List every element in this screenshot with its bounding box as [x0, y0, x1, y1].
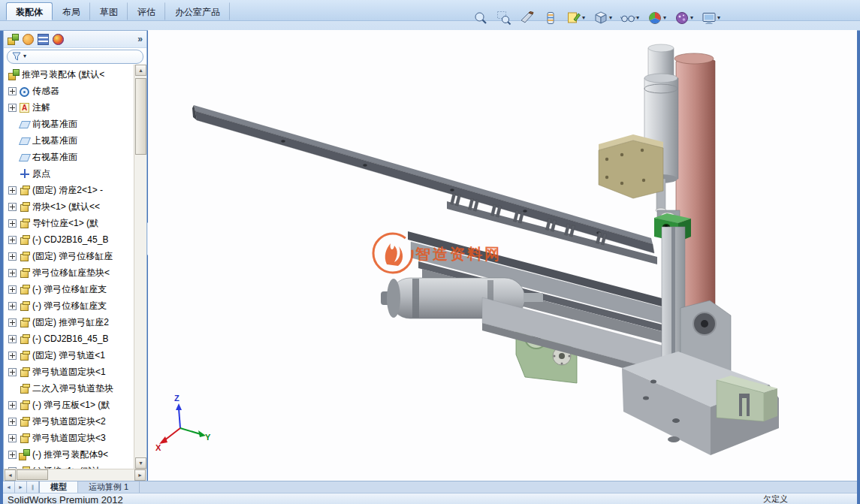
tree-item[interactable]: (-) 弹弓位移缸座支: [4, 297, 134, 314]
tree-filter-input[interactable]: ▾: [7, 50, 143, 64]
tab-scroll-left-button[interactable]: ◄: [3, 481, 15, 493]
expander-icon[interactable]: [8, 269, 17, 277]
slice-stripes-icon[interactable]: [542, 8, 560, 28]
tree-item[interactable]: (固定) 弹弓位移缸座: [4, 248, 134, 264]
command-tab[interactable]: 办公室产品: [165, 2, 230, 20]
tree-item[interactable]: 右视基准面: [4, 149, 134, 165]
tree-item[interactable]: (固定) 推弹弓缸座2: [4, 314, 134, 330]
tree-item[interactable]: 前视基准面: [4, 116, 134, 132]
tree-item[interactable]: 注解: [4, 99, 134, 116]
tree-item[interactable]: 上视基准面: [4, 132, 134, 149]
view-settings-icon[interactable]: ▾: [700, 8, 722, 28]
scroll-thumb[interactable]: [135, 78, 146, 155]
tree-item-label: 推弹弓装配体 (默认<: [22, 68, 104, 81]
zoom-area-icon[interactable]: [495, 8, 513, 28]
tree-item-label: 弹弓轨道固定块<3: [32, 432, 106, 445]
scroll-up-button[interactable]: ▲: [135, 65, 146, 76]
expander-icon[interactable]: [8, 219, 17, 228]
tree-item[interactable]: 传感器: [4, 83, 134, 99]
view-orientation-icon[interactable]: ▾: [592, 8, 614, 28]
tree-item-icon: [19, 152, 30, 163]
display-manager-tab-icon[interactable]: [53, 34, 64, 45]
scroll-right-button[interactable]: ►: [134, 469, 146, 481]
tree-item[interactable]: 弹弓位移缸座垫块<: [4, 264, 134, 281]
expander-icon[interactable]: [8, 335, 17, 343]
tree-item[interactable]: 弹弓轨道固定块<3: [4, 430, 134, 446]
expander-icon[interactable]: [8, 252, 17, 261]
tree-item[interactable]: (-) 弹弓压板<1> (默: [4, 397, 134, 413]
tree-item-icon: [19, 300, 30, 312]
command-tab[interactable]: 布局: [53, 2, 90, 20]
expander-icon[interactable]: [8, 418, 17, 426]
panel-tab-bar: »: [4, 31, 146, 48]
expander-icon[interactable]: [8, 87, 17, 95]
feature-manager-tab-icon[interactable]: [8, 34, 19, 45]
appearance-sphere-icon[interactable]: ▾: [646, 8, 668, 28]
tree-item-label: (-) 弹弓位移缸座支: [32, 283, 107, 296]
scroll-down-button[interactable]: ▼: [135, 457, 146, 469]
edit-appearance-icon[interactable]: ▾: [565, 8, 587, 28]
tree-item[interactable]: (-) CDJ2B16_45_B: [4, 231, 134, 248]
dropdown-arrow-icon[interactable]: ▾: [582, 14, 585, 22]
zoom-fit-icon[interactable]: [472, 8, 490, 28]
document-tab[interactable]: 运动算例 1: [78, 481, 140, 493]
tree-item[interactable]: (固定) 弹弓轨道<1: [4, 347, 134, 364]
dropdown-arrow-icon[interactable]: ▾: [717, 14, 720, 22]
expander-icon[interactable]: [8, 451, 17, 459]
tree-item[interactable]: (-) CDJ2B16_45_B: [4, 330, 134, 347]
dropdown-arrow-icon[interactable]: ▾: [690, 14, 693, 22]
tree-item[interactable]: 弹弓轨道固定块<1: [4, 364, 134, 380]
tree-item[interactable]: (-) 迁接<1> (默认: [4, 463, 134, 469]
apply-scene-icon[interactable]: ▾: [673, 8, 695, 28]
tab-scroll-right-button[interactable]: ►: [15, 481, 27, 493]
panel-overflow-button[interactable]: »: [137, 34, 143, 44]
graphics-viewport[interactable]: Z X Y 智造资料网: [148, 30, 857, 481]
tree-item-label: (固定) 滑座2<1> -: [32, 184, 103, 197]
document-tab[interactable]: 模型: [39, 481, 78, 493]
axis-x-label: X: [155, 443, 161, 452]
expander-icon[interactable]: [8, 318, 17, 327]
expander-icon[interactable]: [8, 434, 17, 442]
expander-icon[interactable]: [8, 401, 17, 409]
expander-icon[interactable]: [8, 302, 17, 310]
filter-dropdown-icon[interactable]: ▾: [23, 53, 26, 60]
tree-item-label: (固定) 弹弓轨道<1: [32, 349, 105, 362]
product-name-label: SolidWorks Premium 2012: [8, 493, 123, 504]
tree-item[interactable]: 弹弓轨道固定块<2: [4, 413, 134, 430]
expander-icon[interactable]: [8, 285, 17, 294]
scroll-left-button[interactable]: ◄: [5, 469, 16, 481]
configuration-manager-tab-icon[interactable]: [38, 34, 49, 45]
tree-item[interactable]: 推弹弓装配体 (默认<: [4, 66, 134, 83]
expander-icon[interactable]: [8, 236, 17, 244]
tree-item[interactable]: (-) 弹弓位移缸座支: [4, 281, 134, 297]
dropdown-arrow-icon[interactable]: ▾: [663, 14, 666, 22]
tree-item[interactable]: 原点: [4, 165, 134, 182]
tab-splitter-handle[interactable]: ∥: [27, 481, 39, 493]
tree-item[interactable]: (-) 推弹弓装配体9<: [4, 446, 134, 463]
tree-item[interactable]: 二次入弹弓轨道垫块: [4, 380, 134, 397]
command-tab[interactable]: 装配体: [6, 2, 53, 20]
command-tab[interactable]: 草图: [90, 2, 128, 20]
tree-horizontal-scrollbar[interactable]: ◄ ►: [4, 469, 146, 481]
hide-show-items-icon[interactable]: ▾: [619, 8, 641, 28]
tree-item[interactable]: 导针位座<1> (默: [4, 215, 134, 231]
tree-item-icon: [19, 400, 30, 411]
tree-vertical-scrollbar[interactable]: ▲ ▼: [134, 65, 146, 469]
section-view-icon[interactable]: [518, 8, 536, 28]
tree-item-label: 注解: [32, 101, 50, 114]
command-tab[interactable]: 评估: [128, 2, 165, 20]
expander-icon[interactable]: [8, 104, 17, 112]
tree-item-icon: [19, 350, 30, 361]
dropdown-arrow-icon[interactable]: ▾: [636, 14, 639, 22]
tree-item[interactable]: 滑块<1> (默认<<: [4, 198, 134, 215]
expander-icon[interactable]: [8, 186, 17, 195]
expander-icon[interactable]: [8, 352, 17, 360]
property-manager-tab-icon[interactable]: [23, 34, 34, 45]
expander-icon[interactable]: [8, 368, 17, 376]
tree-item-label: 导针位座<1> (默: [32, 217, 98, 230]
expander-icon[interactable]: [8, 203, 17, 211]
scroll-thumb[interactable]: [17, 469, 48, 480]
command-tabs: 装配体 布局 草图 评估 办公室产品: [6, 2, 230, 20]
dropdown-arrow-icon[interactable]: ▾: [609, 14, 612, 22]
tree-item[interactable]: (固定) 滑座2<1> -: [4, 182, 134, 198]
